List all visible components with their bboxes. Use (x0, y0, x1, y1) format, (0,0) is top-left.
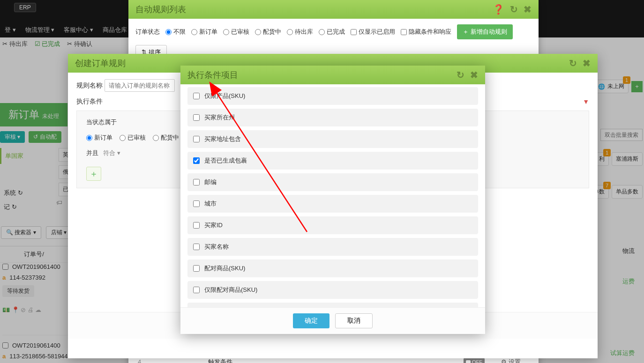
condition-checkbox[interactable] (193, 265, 200, 272)
condition-label: 买家所在州 (204, 113, 235, 122)
condition-item[interactable]: 仅限产品(SKU) (187, 87, 478, 105)
close-icon[interactable] (524, 4, 532, 15)
and-label: 并且 (86, 149, 98, 157)
refresh-icon[interactable] (569, 58, 577, 69)
condition-item[interactable]: 物流单号包含 (187, 303, 478, 307)
modal-header: 执行条件项目 (180, 66, 485, 84)
modal-title: 自动规则列表 (135, 4, 186, 15)
confirm-button[interactable]: 确定 (293, 313, 329, 328)
refresh-icon[interactable] (457, 69, 464, 81)
help-icon[interactable] (493, 4, 504, 15)
exec-cond-label: 执行条件 (76, 97, 105, 106)
condition-label: 配对商品(SKU) (204, 264, 245, 273)
close-icon[interactable] (470, 69, 478, 81)
condition-label: 仅限配对商品(SKU) (204, 286, 257, 294)
modal-conditions: 执行条件项目 仅限产品(SKU)买家所在州买家地址包含是否已生成包裹邮编城市买家… (180, 66, 485, 334)
state-radio[interactable]: 已审核 (120, 133, 146, 142)
off-toggle[interactable]: OFF (464, 358, 485, 363)
modal-title: 执行条件项目 (187, 69, 238, 81)
condition-label: 买家ID (204, 221, 223, 230)
match-dropdown[interactable]: 符合 ▾ (103, 149, 120, 157)
order-status-label: 订单状态 (135, 28, 160, 36)
condition-label: 城市 (204, 200, 217, 208)
warning-triangle-icon: ▼ (583, 98, 589, 105)
modal-header: 自动规则列表 (128, 0, 539, 19)
row-setting[interactable]: ⚙ 设置 (501, 358, 529, 363)
condition-item[interactable]: 是否已生成包裹 (187, 152, 478, 170)
condition-item[interactable]: 买家名称 (187, 238, 478, 256)
condition-item[interactable]: 买家地址包含 (187, 130, 478, 148)
modal-title: 创建订单规则 (75, 58, 126, 69)
condition-label: 是否已生成包裹 (204, 156, 247, 165)
condition-item[interactable]: 城市 (187, 195, 478, 213)
condition-label: 买家名称 (204, 243, 229, 251)
condition-item[interactable]: 买家ID (187, 216, 478, 234)
filter-checkbox[interactable]: 仅显示已启用 (351, 28, 395, 36)
close-icon[interactable] (583, 58, 591, 69)
condition-item[interactable]: 配对商品(SKU) (187, 259, 478, 277)
filter-radio[interactable]: 待出库 (287, 28, 313, 36)
filter-radio[interactable]: 新订单 (191, 28, 217, 36)
modal-footer: 确定 取消 (180, 307, 485, 334)
rule-name-label: 规则名称 (76, 81, 105, 90)
cancel-button[interactable]: 取消 (335, 313, 373, 328)
condition-item[interactable]: 仅限配对商品(SKU) (187, 281, 478, 299)
condition-checkbox[interactable] (193, 93, 200, 99)
row-index: 4. (138, 358, 157, 363)
filter-radio[interactable]: 配货中 (255, 28, 281, 36)
add-rule-button[interactable]: ＋ 新增自动规则 (457, 24, 513, 39)
filter-radio[interactable]: 已审核 (223, 28, 249, 36)
condition-checkbox[interactable] (193, 287, 200, 293)
condition-list: 仅限产品(SKU)买家所在州买家地址包含是否已生成包裹邮编城市买家ID买家名称配… (180, 84, 485, 307)
row-trigger: 触发条件 (208, 358, 464, 363)
refresh-icon[interactable] (510, 4, 518, 15)
condition-checkbox[interactable] (193, 114, 200, 121)
condition-checkbox[interactable] (193, 244, 200, 250)
filter-radio[interactable]: 已完成 (319, 28, 345, 36)
condition-label: 仅限产品(SKU) (204, 92, 245, 100)
filter-checkbox[interactable]: 隐藏条件和响应 (401, 28, 451, 36)
condition-item[interactable]: 邮编 (187, 173, 478, 191)
condition-checkbox[interactable] (193, 179, 200, 185)
rule-name-input[interactable] (105, 79, 175, 92)
condition-checkbox[interactable] (193, 157, 200, 164)
state-radio[interactable]: 新订单 (86, 133, 112, 142)
add-condition-button[interactable]: ＋ (86, 167, 101, 181)
state-radio[interactable]: 配货中 (153, 133, 179, 142)
condition-checkbox[interactable] (193, 136, 200, 142)
condition-checkbox[interactable] (193, 222, 200, 229)
condition-label: 邮编 (204, 178, 217, 186)
filter-radio[interactable]: 不限 (165, 28, 186, 36)
condition-item[interactable]: 买家所在州 (187, 109, 478, 126)
condition-checkbox[interactable] (193, 200, 200, 207)
condition-label: 买家地址包含 (204, 135, 241, 143)
